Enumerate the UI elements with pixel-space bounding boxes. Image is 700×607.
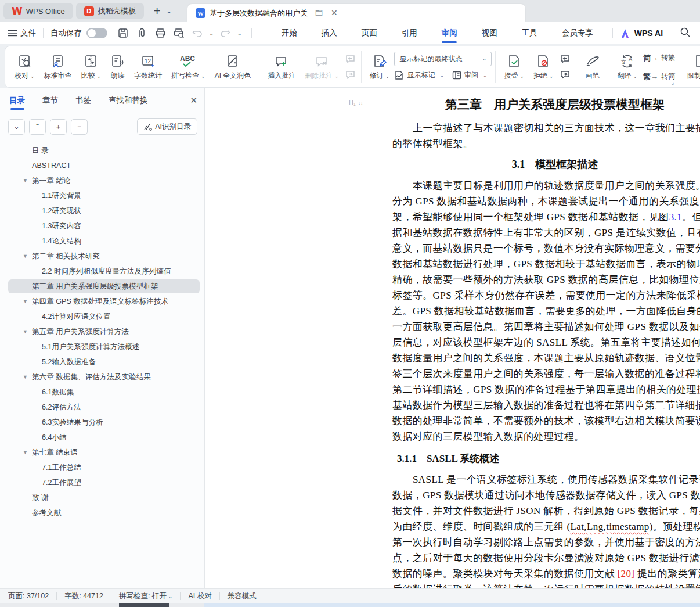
collapse-arrow-icon[interactable]: ▼ — [23, 253, 28, 259]
menu-tab-6[interactable]: 视图 — [470, 22, 510, 44]
menu-tab-5[interactable]: 审阅 — [430, 22, 470, 44]
outline-item[interactable]: 4.2计算对应语义位置 — [0, 309, 204, 324]
tab-docer[interactable]: D 找稻壳模板 — [76, 3, 144, 19]
expand-all-button[interactable]: ⌄ — [8, 119, 25, 135]
horizontal-scrollbar-track[interactable] — [204, 603, 700, 607]
cross-reference-link[interactable]: 3.1 — [669, 211, 682, 222]
spell-check-button[interactable]: ABC 拼写检查⌄ — [167, 52, 210, 82]
proofread-button[interactable]: 校对⌄ — [10, 52, 39, 82]
wps-ai-button[interactable]: WPS AI — [620, 28, 663, 38]
menu-tab-1[interactable]: 开始 — [269, 22, 309, 44]
demote-button[interactable]: ＋ — [50, 119, 67, 135]
tab-list-chevron-icon[interactable]: ⌄ — [166, 8, 171, 15]
autosave-toggle[interactable] — [86, 28, 107, 38]
outline-item[interactable]: ABSTRACT — [0, 158, 204, 173]
outline-item[interactable]: 参考文献 — [0, 505, 204, 520]
read-aloud-button[interactable]: 朗读 — [106, 52, 129, 82]
track-changes-button[interactable]: 修订⌄ — [365, 52, 395, 82]
sidebar-tab-1[interactable]: 目录 — [9, 88, 25, 113]
outline-item[interactable]: 目 录 — [0, 143, 204, 158]
collapse-arrow-icon[interactable]: ▼ — [23, 178, 28, 184]
spellcheck-indicator[interactable]: 拼写检查: 打开⌄ — [119, 591, 173, 601]
outline-item[interactable]: 6.3实验结果与分析 — [0, 415, 204, 430]
sidebar-tab-3[interactable]: 书签 — [75, 88, 91, 113]
translate-button[interactable]: 文A 翻译⌄ — [613, 52, 643, 82]
outline-item[interactable]: ▼第六章 数据集、评估方法及实验结果 — [0, 369, 204, 385]
heading-level-marker[interactable]: H₁ ∷ — [349, 99, 363, 106]
to-traditional-button[interactable]: 简→ 转繁 — [643, 51, 675, 64]
outline-item[interactable]: ▼第七章 结束语 — [0, 445, 204, 460]
outline-item[interactable]: 7.2工作展望 — [0, 475, 204, 490]
outline-item[interactable]: 1.3研究内容 — [0, 218, 204, 234]
undo-button[interactable] — [190, 26, 205, 40]
markup-state-dropdown[interactable]: 显示标记的最终状态 ⌄ — [394, 52, 492, 66]
outline-item[interactable]: 5.2输入数据准备 — [0, 354, 204, 369]
delete-comment-button[interactable]: 删除批注⌄ — [300, 52, 344, 82]
ai-polish-button[interactable]: AI 全文润色 — [210, 52, 256, 82]
word-count-button[interactable]: 12 字数统计 — [129, 52, 167, 82]
document-canvas[interactable]: H₁ ∷ 第三章 用户关系强度层级投票模型框架上一章描述了与本课题密切相关的三方… — [205, 88, 700, 588]
menu-tab-8[interactable]: 会员专享 — [550, 22, 605, 44]
collapse-arrow-icon[interactable]: ▼ — [23, 329, 28, 335]
show-markup-button[interactable]: 显示标记⌄ — [394, 69, 444, 82]
wps-office-button[interactable]: W WPS Office — [3, 3, 73, 19]
outline-item[interactable]: 1.2研究现状 — [0, 203, 204, 218]
tab-document-active[interactable]: W 基于多层次数据融合的用户关 🗔 ✕ — [187, 4, 525, 22]
ai-proof-indicator[interactable]: AI 校对 — [188, 591, 211, 601]
drag-handle-icon[interactable]: ∷ — [359, 100, 363, 106]
previous-change-button[interactable] — [558, 53, 572, 66]
outline-item[interactable]: 2.2 时间序列相似度度量方法及序列熵值 — [0, 264, 204, 279]
outline-item[interactable]: 6.2评估方法 — [0, 400, 204, 415]
outline-item[interactable]: 1.4论文结构 — [0, 234, 204, 249]
save-button[interactable] — [116, 26, 131, 40]
compatibility-mode-indicator[interactable]: 兼容模式 — [228, 591, 257, 601]
sidebar-close-icon[interactable]: ✕ — [190, 95, 197, 106]
close-tab-icon[interactable]: ✕ — [329, 8, 340, 18]
outline-item[interactable]: 致 谢 — [0, 490, 204, 505]
new-tab-button[interactable]: + — [154, 5, 161, 18]
quick-access-chevron-icon[interactable]: ⌄ — [237, 30, 241, 37]
collapse-arrow-icon[interactable]: ▼ — [23, 299, 28, 304]
outline-item[interactable]: 5.1用户关系强度计算方法概述 — [0, 339, 204, 354]
outline-item[interactable]: 1.1研究背景 — [0, 188, 204, 203]
export-pdf-button[interactable] — [134, 26, 149, 40]
menu-tab-4[interactable]: 引用 — [389, 22, 430, 44]
ink-pen-button[interactable]: 画笔 — [580, 52, 605, 82]
dialog-launcher-icon[interactable]: ⌟ — [672, 80, 674, 85]
outline-item[interactable]: ▼第一章 绪论 — [0, 173, 204, 188]
previous-comment-button[interactable] — [344, 53, 358, 66]
scrollbar-thumb[interactable] — [119, 603, 169, 607]
standard-review-button[interactable]: 标准审查 — [39, 52, 77, 82]
collapse-arrow-icon[interactable]: ▼ — [23, 450, 28, 455]
ai-recognize-toc-button[interactable]: AI识别目录 — [137, 118, 197, 135]
sidebar-tab-2[interactable]: 章节 — [42, 88, 58, 113]
next-change-button[interactable] — [558, 69, 572, 81]
restrict-editing-button[interactable]: 限制编辑 — [683, 52, 700, 82]
outline-item[interactable]: 6.4小结 — [0, 430, 204, 445]
collapse-all-button[interactable]: ⌃ — [29, 119, 46, 135]
menu-tab-7[interactable]: 工具 — [510, 22, 550, 44]
to-simplified-button[interactable]: 繁→ 转简 — [643, 69, 675, 83]
reject-button[interactable]: 拒绝⌄ — [529, 52, 558, 82]
collapse-arrow-icon[interactable]: ▼ — [23, 374, 28, 380]
undo-chevron-icon[interactable]: ⌄ — [209, 30, 214, 37]
redo-button[interactable] — [218, 26, 233, 40]
print-preview-button[interactable] — [171, 26, 186, 40]
menu-tab-3[interactable]: 页面 — [349, 22, 389, 44]
page-indicator[interactable]: 页面: 37/102 — [8, 591, 49, 601]
accept-button[interactable]: 接受⌄ — [499, 52, 529, 82]
search-button[interactable] — [680, 27, 690, 39]
insert-comment-button[interactable]: 插入批注 — [263, 52, 300, 82]
compare-button[interactable]: 比较⌄ — [77, 52, 106, 82]
sidebar-tab-4[interactable]: 查找和替换 — [109, 88, 148, 113]
menu-tab-2[interactable]: 插入 — [309, 22, 349, 44]
word-count-indicator[interactable]: 字数: 44712 — [64, 591, 103, 601]
outline-item[interactable]: ▼第五章 用户关系强度计算方法 — [0, 324, 204, 339]
next-comment-button[interactable] — [344, 69, 358, 81]
file-menu-button[interactable]: 文件 — [8, 28, 36, 38]
outline-item[interactable]: 7.1工作总结 — [0, 460, 204, 475]
outline-item[interactable]: ▼第二章 相关技术研究 — [0, 249, 204, 264]
print-button[interactable] — [153, 26, 168, 40]
outline-item[interactable]: ▼第四章 GPS 数据处理及语义标签标注技术 — [0, 294, 204, 309]
review-pane-button[interactable]: 审阅⌄ — [452, 69, 488, 82]
